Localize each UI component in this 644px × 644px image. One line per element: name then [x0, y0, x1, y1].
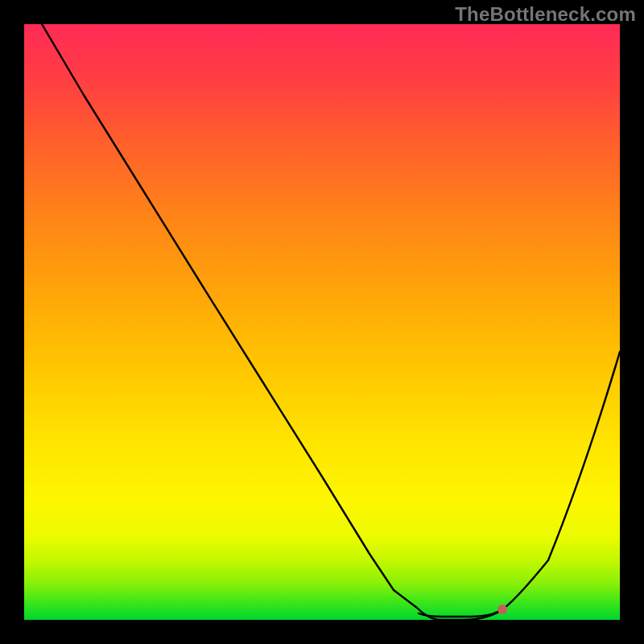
chart-container: TheBottleneck.com [0, 0, 644, 644]
bottleneck-curve-svg [24, 24, 620, 620]
bottleneck-curve-line [42, 24, 620, 620]
plot-area [24, 24, 620, 620]
attribution-text: TheBottleneck.com [455, 3, 636, 26]
optimal-range-marker [419, 612, 497, 617]
optimal-range-end-dot [497, 605, 507, 614]
